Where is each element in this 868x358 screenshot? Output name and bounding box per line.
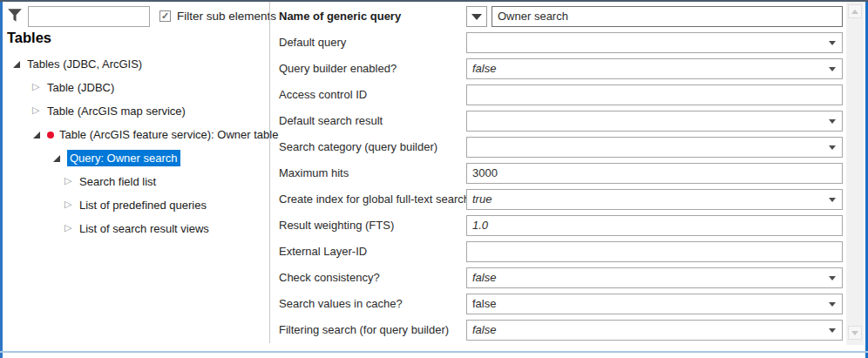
external-layer-id-input[interactable] (466, 241, 843, 262)
tree-item-label-selected: Query: Owner search (67, 150, 180, 166)
field-label: Create index for global full-text search… (279, 189, 476, 210)
page-title: Tables (7, 30, 51, 46)
expand-icon[interactable] (31, 130, 42, 140)
search-values-in-cache-combobox[interactable]: false (466, 294, 843, 314)
config-window: ✓ Filter sub elements Tables Tables (JDB… (0, 0, 868, 358)
tree-item-label: Search field list (79, 175, 156, 188)
filter-funnel-icon (7, 8, 23, 24)
filtering-search-combobox[interactable]: false (466, 320, 843, 341)
tree-item-query-owner-search[interactable]: Query: Owner search (3, 146, 267, 170)
name-of-generic-query-input[interactable]: Owner search (492, 6, 843, 27)
collapse-icon[interactable] (31, 106, 42, 117)
scroll-down-icon[interactable] (848, 326, 862, 340)
tree-item-search-result-views[interactable]: List of search result views (3, 217, 267, 240)
tree-item-label: Table (ArcGIS feature service): Owner ta… (59, 128, 278, 141)
check-consistency-combobox[interactable]: false (466, 267, 843, 288)
field-label: Check consistency? (279, 267, 380, 288)
field-label: Result weighting (FTS) (279, 215, 394, 236)
collapse-icon[interactable] (64, 200, 74, 211)
create-index-fts-combobox[interactable]: true (466, 189, 843, 210)
field-label: Access control ID (279, 84, 367, 105)
expand-icon[interactable] (51, 153, 62, 164)
search-category-combobox[interactable] (466, 137, 843, 158)
field-label: Search category (query builder) (279, 137, 437, 158)
filter-sub-elements-label: Filter sub elements (177, 10, 276, 23)
result-weighting-fts-input[interactable]: 1.0 (466, 215, 843, 236)
tree-item-label: Table (JDBC) (47, 81, 114, 94)
tree-item-label: Table (ArcGIS map service) (47, 105, 186, 118)
form-row: Query builder enabled? false (270, 58, 846, 79)
maximum-hits-input[interactable]: 3000 (466, 163, 843, 184)
form-row: Access control ID (270, 84, 846, 105)
collapse-icon[interactable] (64, 177, 74, 187)
field-label: Maximum hits (279, 163, 349, 184)
form-row: Create index for global full-text search… (270, 189, 846, 210)
tree-item-label: List of predefined queries (79, 199, 207, 212)
tree-item-search-field-list[interactable]: Search field list (3, 170, 267, 193)
field-label: Query builder enabled? (279, 58, 397, 79)
field-label: Default search result (279, 111, 383, 132)
name-dropdown-button[interactable] (466, 6, 487, 27)
filter-sub-elements-checkbox[interactable]: ✓ (159, 10, 171, 22)
form-row: External Layer-ID (270, 241, 846, 262)
window-border-left (0, 0, 3, 358)
field-label: Name of generic query (279, 6, 401, 27)
form-row: Maximum hits 3000 (270, 163, 846, 184)
tree-item-label: List of search result views (79, 222, 209, 235)
query-properties-form: Name of generic query Owner search Defau… (270, 0, 846, 351)
field-label: Filtering search (for query builder) (279, 320, 449, 341)
vertical-scrollbar[interactable] (846, 2, 864, 345)
default-search-result-combobox[interactable] (466, 111, 843, 132)
window-border-top (0, 0, 868, 2)
form-row: Default query (270, 32, 846, 53)
scroll-up-icon[interactable] (848, 4, 862, 18)
tree-item-table-arcgis-map[interactable]: Table (ArcGIS map service) (3, 99, 267, 123)
default-query-combobox[interactable] (466, 32, 843, 53)
collapse-icon[interactable] (64, 224, 74, 234)
form-row: Search values in cache? false (270, 294, 846, 314)
filter-input[interactable] (28, 6, 150, 27)
expand-icon[interactable] (11, 59, 22, 70)
tree-item-tables-root[interactable]: Tables (JDBC, ArcGIS) (3, 52, 267, 76)
tree-item-predefined-queries[interactable]: List of predefined queries (3, 193, 267, 217)
query-builder-enabled-combobox[interactable]: false (466, 58, 843, 79)
collapse-icon[interactable] (31, 83, 42, 93)
window-border-bottom (0, 351, 868, 353)
field-label: Default query (279, 32, 346, 53)
tree-item-label: Tables (JDBC, ArcGIS) (27, 57, 142, 71)
tree-item-table-jdbc[interactable]: Table (JDBC) (3, 76, 267, 99)
form-row: Filtering search (for query builder) fal… (270, 320, 846, 341)
form-row: Result weighting (FTS) 1.0 (270, 215, 846, 236)
tree-item-table-arcgis-feature[interactable]: Table (ArcGIS feature service): Owner ta… (3, 123, 267, 146)
field-label: External Layer-ID (279, 241, 367, 262)
form-row: Search category (query builder) (270, 137, 846, 158)
access-control-id-input[interactable] (466, 84, 843, 105)
form-row: Name of generic query Owner search (270, 6, 846, 27)
field-label: Search values in cache? (279, 294, 403, 314)
red-dot-marker-icon (47, 132, 54, 138)
form-row: Default search result (270, 111, 846, 132)
form-row: Check consistency? false (270, 267, 846, 288)
